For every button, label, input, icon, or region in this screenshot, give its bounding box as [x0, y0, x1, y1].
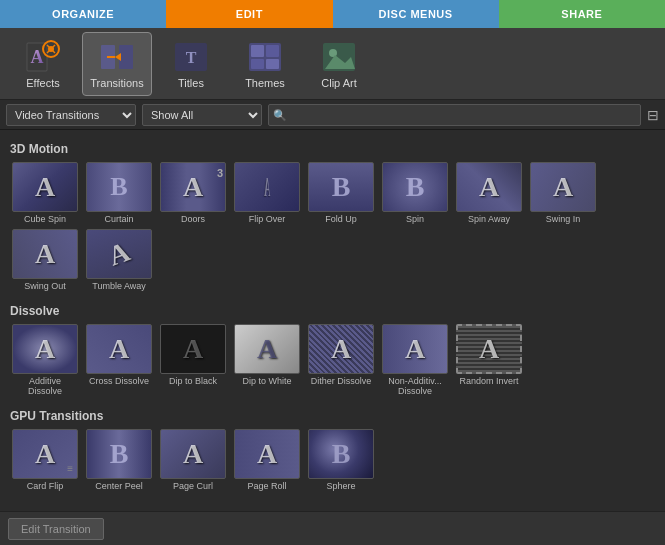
svg-rect-14 [266, 45, 279, 57]
transition-doors[interactable]: A 3 Doors [158, 162, 228, 225]
bottom-bar: Edit Transition [0, 511, 665, 545]
effects-label: Effects [26, 77, 59, 89]
nav-disc-menus[interactable]: DISC MENUS [333, 0, 499, 28]
thumb-swing-in: A [530, 162, 596, 212]
transition-spin[interactable]: B Spin [380, 162, 450, 225]
nav-organize[interactable]: ORGANIZE [0, 0, 166, 28]
svg-text:T: T [186, 49, 197, 66]
toolbar-effects[interactable]: A Effects [8, 32, 78, 96]
transition-dip-white[interactable]: A Dip to White [232, 324, 302, 398]
transition-cross-dissolve[interactable]: A Cross Dissolve [84, 324, 154, 398]
label-dip-black: Dip to Black [169, 376, 217, 387]
gpu-grid: A ≡ Card Flip B Center Peel A Page Curl [10, 429, 655, 492]
clipart-label: Clip Art [321, 77, 356, 89]
transition-additive-dissolve[interactable]: A Additive Dissolve [10, 324, 80, 398]
video-transitions-dropdown[interactable]: Video Transitions [6, 104, 136, 126]
thumb-spin-away: A [456, 162, 522, 212]
section-3d-motion: 3D Motion [10, 142, 655, 156]
clipart-icon [321, 39, 357, 75]
thumb-card-flip: A ≡ [12, 429, 78, 479]
thumb-doors: A 3 [160, 162, 226, 212]
section-gpu: GPU Transitions [10, 409, 655, 423]
transitions-panel[interactable]: 3D Motion A Cube Spin B Curtain A 3 Doo [0, 130, 665, 511]
toolbar-clipart[interactable]: Clip Art [304, 32, 374, 96]
thumb-dip-black: A [160, 324, 226, 374]
label-spin: Spin [406, 214, 424, 225]
transition-swing-out[interactable]: A Swing Out [10, 229, 80, 292]
toolbar-themes[interactable]: Themes [230, 32, 300, 96]
thumb-tumble: A [86, 229, 152, 279]
transition-random-invert[interactable]: A Random Invert [454, 324, 524, 398]
label-random-invert: Random Invert [459, 376, 518, 387]
top-nav: ORGANIZE EDIT DISC MENUS SHARE [0, 0, 665, 28]
thumb-sphere: B [308, 429, 374, 479]
label-swing-in: Swing In [546, 214, 581, 225]
label-center-peel: Center Peel [95, 481, 143, 492]
effects-icon: A [25, 39, 61, 75]
thumb-cube-spin: A [12, 162, 78, 212]
titles-icon: T [173, 39, 209, 75]
label-cube-spin: Cube Spin [24, 214, 66, 225]
nav-share[interactable]: SHARE [499, 0, 665, 28]
transition-flip-over[interactable]: A Flip Over [232, 162, 302, 225]
label-doors: Doors [181, 214, 205, 225]
transition-curtain[interactable]: B Curtain [84, 162, 154, 225]
thumb-dip-white: A [234, 324, 300, 374]
thumb-random-invert: A [456, 324, 522, 374]
thumb-page-roll: A [234, 429, 300, 479]
transition-spin-away[interactable]: A Spin Away [454, 162, 524, 225]
titles-label: Titles [178, 77, 204, 89]
search-input[interactable] [268, 104, 641, 126]
nav-edit[interactable]: EDIT [166, 0, 332, 28]
show-all-dropdown[interactable]: Show All [142, 104, 262, 126]
content-area: 3D Motion A Cube Spin B Curtain A 3 Doo [0, 130, 665, 511]
label-page-roll: Page Roll [247, 481, 286, 492]
thumb-swing-out: A [12, 229, 78, 279]
svg-rect-15 [251, 59, 264, 69]
label-dither-dissolve: Dither Dissolve [311, 376, 372, 387]
transition-dip-black[interactable]: A Dip to Black [158, 324, 228, 398]
label-sphere: Sphere [326, 481, 355, 492]
thumb-center-peel: B [86, 429, 152, 479]
transition-page-curl[interactable]: A Page Curl [158, 429, 228, 492]
svg-rect-7 [119, 45, 133, 69]
label-tumble-away: Tumble Away [92, 281, 146, 292]
filter-icon[interactable]: ⊟ [647, 107, 659, 123]
controls-row: Video Transitions Show All ⊟ [0, 100, 665, 130]
transition-page-roll[interactable]: A Page Roll [232, 429, 302, 492]
svg-text:A: A [31, 47, 44, 67]
3d-motion-grid: A Cube Spin B Curtain A 3 Doors A [10, 162, 655, 292]
transition-cube-spin[interactable]: A Cube Spin [10, 162, 80, 225]
toolbar-titles[interactable]: T Titles [156, 32, 226, 96]
label-fold-up: Fold Up [325, 214, 357, 225]
transition-dither-dissolve[interactable]: A Dither Dissolve [306, 324, 376, 398]
thumb-cross-dissolve: A [86, 324, 152, 374]
transition-tumble-away[interactable]: A Tumble Away [84, 229, 154, 292]
label-card-flip: Card Flip [27, 481, 64, 492]
thumb-flip-over: A [234, 162, 300, 212]
transition-center-peel[interactable]: B Center Peel [84, 429, 154, 492]
label-non-additive: Non-Additiv... Dissolve [381, 376, 449, 398]
dissolve-grid: A Additive Dissolve A Cross Dissolve A D… [10, 324, 655, 398]
transition-non-additive[interactable]: A Non-Additiv... Dissolve [380, 324, 450, 398]
transitions-icon [99, 39, 135, 75]
label-swing-out: Swing Out [24, 281, 66, 292]
thumb-page-curl: A [160, 429, 226, 479]
transitions-label: Transitions [90, 77, 143, 89]
label-page-curl: Page Curl [173, 481, 213, 492]
thumb-fold-up: B [308, 162, 374, 212]
svg-point-5 [48, 46, 54, 52]
toolbar-transitions[interactable]: Transitions [82, 32, 152, 96]
label-flip-over: Flip Over [249, 214, 286, 225]
thumb-curtain: B [86, 162, 152, 212]
transition-swing-in[interactable]: A Swing In [528, 162, 598, 225]
thumb-additive-dissolve: A [12, 324, 78, 374]
edit-transition-button[interactable]: Edit Transition [8, 518, 104, 540]
transition-card-flip[interactable]: A ≡ Card Flip [10, 429, 80, 492]
label-curtain: Curtain [104, 214, 133, 225]
transition-sphere[interactable]: B Sphere [306, 429, 376, 492]
svg-rect-16 [266, 59, 279, 69]
transition-fold-up[interactable]: B Fold Up [306, 162, 376, 225]
thumb-dither-dissolve: A [308, 324, 374, 374]
section-dissolve: Dissolve [10, 304, 655, 318]
